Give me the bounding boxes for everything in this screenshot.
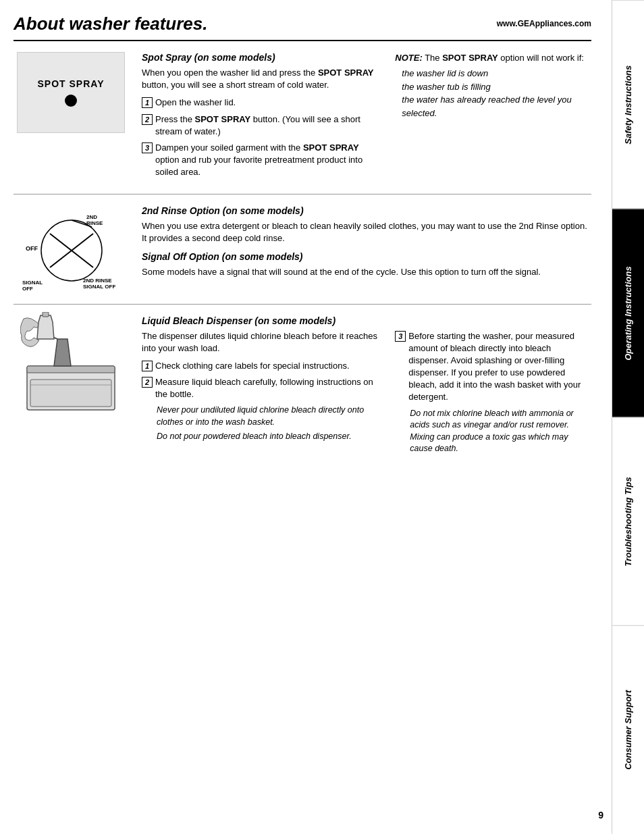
dial-image: OFF 2ND RINSE SIGNAL OFF 2ND RINSE SIGNA…	[14, 205, 128, 293]
spot-spray-dot	[65, 95, 77, 107]
step-1-text: Open the washer lid.	[155, 97, 236, 109]
bleach-step-1-num: 1	[142, 361, 153, 371]
spot-spray-col-right: NOTE: The SPOT SPRAY option will not wor…	[395, 52, 591, 183]
bleach-step-1-text: Check clothing care labels for special i…	[155, 360, 350, 372]
note-list: the washer lid is down the washer tub is…	[395, 67, 591, 120]
page-title: About washer features.	[14, 14, 208, 34]
bleach-step-3-num: 3	[395, 331, 406, 342]
bleach-step-3: 3 Before starting the washer, pour measu…	[395, 330, 591, 404]
page-number: 9	[598, 810, 603, 820]
note-text: NOTE: The SPOT SPRAY option will not wor…	[395, 52, 591, 64]
sidebar-tab-troubleshooting[interactable]: Troubleshooting Tips	[612, 417, 644, 626]
page-header: About washer features. www.GEAppliances.…	[14, 14, 591, 34]
dial-svg: OFF 2ND RINSE SIGNAL OFF 2ND RINSE SIGNA…	[19, 207, 124, 291]
note-label: NOTE:	[395, 53, 422, 63]
sidebar-tab-troubleshooting-label: Troubleshooting Tips	[623, 477, 633, 566]
bleach-step-1: 1 Check clothing care labels for special…	[142, 360, 381, 372]
svg-text:SIGNAL OFF: SIGNAL OFF	[83, 284, 115, 290]
sidebar-tab-safety[interactable]: Safety Instructions	[612, 0, 644, 209]
sidebar: Safety Instructions Operating Instructio…	[612, 0, 644, 834]
note-item-2: the washer tub is filling	[402, 80, 591, 94]
spot-spray-image: SPOT SPRAY	[14, 52, 128, 183]
svg-rect-14	[30, 380, 111, 407]
rinse-text: When you use extra detergent or bleach t…	[142, 220, 591, 244]
bleach-step-2-num: 2	[142, 377, 153, 388]
bleach-step-2-text: Measure liquid bleach carefully, followi…	[155, 376, 381, 400]
spot-spray-col-left: Spot Spray (on some models) When you ope…	[142, 52, 381, 183]
bleach-section: Liquid Bleach Dispenser (on some models)…	[14, 315, 591, 466]
bleach-warning-2: Do not pour powdered bleach into bleach …	[157, 431, 381, 443]
note-item-1: the washer lid is down	[402, 67, 591, 80]
website-url: www.GEAppliances.com	[497, 19, 591, 28]
spot-spray-section: SPOT SPRAY Spot Spray (on some models) W…	[14, 52, 591, 194]
header-divider	[14, 40, 591, 41]
bleach-warning-1-text: Never pour undiluted liquid chlorine ble…	[157, 405, 364, 427]
step-3: 3 Dampen your soiled garment with the SP…	[142, 142, 381, 179]
svg-text:OFF: OFF	[22, 286, 33, 291]
svg-text:OFF: OFF	[26, 245, 38, 252]
spot-spray-two-col: Spot Spray (on some models) When you ope…	[142, 52, 591, 183]
step-2: 2 Press the SPOT SPRAY button. (You will…	[142, 113, 381, 138]
rinse-heading: 2nd Rinse Option (on some models)	[142, 205, 591, 216]
bleach-intro: The dispenser dilutes liquid chlorine bl…	[142, 330, 381, 355]
bleach-col-right: 3 Before starting the washer, pour measu…	[395, 330, 591, 455]
spot-spray-content: Spot Spray (on some models) When you ope…	[142, 52, 591, 183]
bleach-dispenser-svg	[20, 312, 122, 420]
spot-spray-label: SPOT SPRAY	[38, 78, 105, 89]
spot-spray-heading: Spot Spray (on some models)	[142, 52, 381, 63]
sidebar-tab-consumer-label: Consumer Support	[623, 690, 633, 770]
bleach-step-3-text: Before starting the washer, pour measure…	[408, 330, 591, 404]
step-2-num: 2	[142, 114, 153, 125]
bleach-col-left: The dispenser dilutes liquid chlorine bl…	[142, 330, 381, 455]
bleach-danger-text: Do not mix chlorine bleach with ammonia …	[410, 409, 573, 454]
svg-text:2ND: 2ND	[86, 214, 97, 220]
bleach-step-2: 2 Measure liquid bleach carefully, follo…	[142, 376, 381, 400]
svg-text:2ND RINSE: 2ND RINSE	[83, 278, 112, 284]
svg-text:SIGNAL: SIGNAL	[22, 280, 43, 286]
step-1-num: 1	[142, 97, 153, 108]
bleach-content: Liquid Bleach Dispenser (on some models)…	[142, 315, 591, 455]
bleach-img-container	[17, 315, 125, 417]
rinse-signal-section: OFF 2ND RINSE SIGNAL OFF 2ND RINSE SIGNA…	[14, 205, 591, 305]
svg-text:RINSE: RINSE	[86, 220, 103, 226]
note-item-3: the water has already reached the level …	[402, 93, 591, 120]
bleach-heading: Liquid Bleach Dispenser (on some models)	[142, 315, 591, 326]
svg-rect-13	[43, 312, 49, 317]
step-2-text: Press the SPOT SPRAY button. (You will s…	[155, 113, 381, 138]
sidebar-tab-safety-label: Safety Instructions	[623, 65, 633, 144]
step-3-text: Dampen your soiled garment with the SPOT…	[155, 142, 381, 179]
spot-spray-intro: When you open the washer lid and press t…	[142, 67, 381, 91]
svg-rect-12	[27, 366, 115, 373]
sidebar-tab-operating-label: Operating Instructions	[623, 266, 633, 360]
sidebar-tab-operating[interactable]: Operating Instructions	[612, 209, 644, 417]
bleach-two-col: The dispenser dilutes liquid chlorine bl…	[142, 330, 591, 455]
bleach-warning-1: Never pour undiluted liquid chlorine ble…	[157, 405, 381, 428]
rinse-signal-content: 2nd Rinse Option (on some models) When y…	[142, 205, 591, 293]
dial-container: OFF 2ND RINSE SIGNAL OFF 2ND RINSE SIGNA…	[17, 205, 125, 293]
bleach-danger: Do not mix chlorine bleach with ammonia …	[410, 408, 591, 455]
bleach-warning-2-text: Do not pour powdered bleach into bleach …	[157, 432, 352, 441]
signal-heading: Signal Off Option (on some models)	[142, 251, 591, 262]
step-1: 1 Open the washer lid.	[142, 97, 381, 109]
signal-text: Some models have a signal that will soun…	[142, 266, 591, 278]
bleach-image	[14, 315, 128, 455]
step-3-num: 3	[142, 142, 153, 153]
sidebar-tab-consumer[interactable]: Consumer Support	[612, 625, 644, 834]
spot-spray-box: SPOT SPRAY	[17, 52, 125, 133]
